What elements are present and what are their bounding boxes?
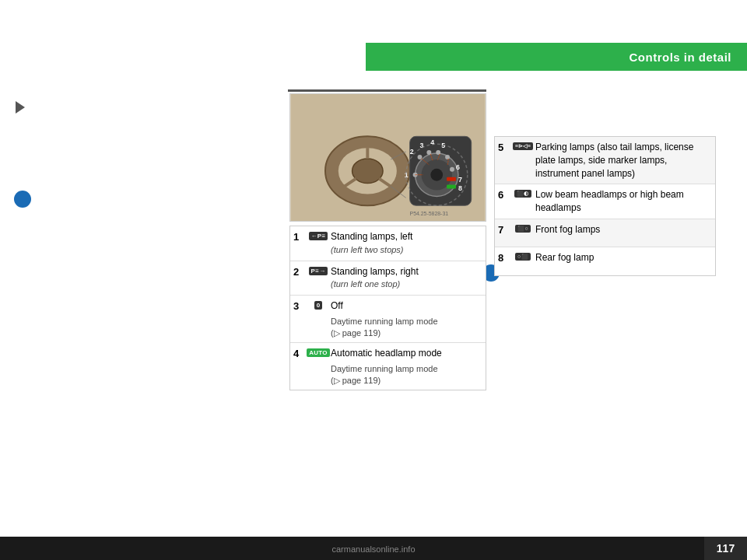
svg-text:3: 3 [419,142,423,149]
row-icon: AUTO [306,347,331,357]
row-icon: ⬛◐ [510,188,535,198]
watermark: carmanualsonline.info [331,544,415,554]
row-sub-text: (turn left two stops) [331,245,404,254]
row-number: 3 [293,299,306,312]
row-number: 8 [498,251,510,264]
table-row: 5 ≡⊳◁≡ Parking lamps (also tail lamps, l… [495,137,715,184]
row-text-6: Low beam headlamps or high beam headlamp… [535,188,712,215]
row-main-text: Rear fog lamp [535,252,594,263]
row-text-5: Parking lamps (also tail lamps, license … [535,141,712,180]
table-row: 3 0 Off Daytime running lamp mode(▷ page… [290,296,486,343]
svg-text:4: 4 [430,138,434,146]
row-sub-text-3: Daytime running lamp mode(▷ page 119) [331,317,438,338]
row-main-text: Parking lamps (also tail lamps, license … [535,142,693,179]
row-text-2: Standing lamps, right (turn left one sto… [331,265,482,292]
row-sub-text-4: Daytime running lamp mode(▷ page 119) [331,364,438,385]
page-number: 117 [704,537,747,560]
row-icon: ≡⊳◁≡ [510,141,535,150]
svg-point-10 [430,169,443,181]
row-text-3: Off [331,299,482,313]
row-number: 4 [293,347,306,359]
table-row: 8 ○⬛ Rear fog lamp [495,247,715,275]
table-row: 6 ⬛◐ Low beam headlamps or high beam hea… [495,184,715,219]
row-main-text: Off [331,300,343,311]
right-table: 5 ≡⊳◁≡ Parking lamps (also tail lamps, l… [494,136,716,276]
row-number: 1 [293,230,306,243]
svg-point-3 [352,159,384,184]
icon-badge-4: AUTO [307,348,330,357]
row-number: 2 [293,265,306,278]
icon-badge-3: 0 [314,301,323,310]
icon-badge-5: ≡⊳◁≡ [513,142,533,150]
row-main-text: Automatic headlamp mode [331,348,442,359]
table-row: 1 ←P≡ Standing lamps, left (turn left tw… [290,226,486,261]
row-icon: ○⬛ [510,251,535,261]
svg-text:6: 6 [456,163,460,171]
icon-badge-6: ⬛◐ [514,190,531,198]
header-bar: Controls in detail [366,43,747,71]
table-row: 4 AUTO Automatic headlamp mode Daytime r… [290,343,486,390]
svg-point-15 [445,155,450,159]
icon-badge-7: ⬛○ [515,225,531,233]
svg-text:2: 2 [410,148,414,156]
icon-badge-1: ←P≡ [309,232,328,240]
lower-table: 1 ←P≡ Standing lamps, left (turn left tw… [289,226,486,390]
row-number: 6 [498,188,510,201]
blue-circle-1 [14,191,31,208]
row-main-text: Standing lamps, right [331,266,419,277]
svg-text:8: 8 [458,184,462,192]
row-icon: P≡→ [306,265,331,275]
row-icon: 0 [306,299,331,310]
row-main-text: Standing lamps, left [331,231,412,242]
table-row: 7 ⬛○ Front fog lamps [495,219,715,247]
svg-point-16 [450,167,454,172]
row-icon: ⬛○ [510,223,535,233]
row-main-text: Front fog lamps [535,224,600,235]
svg-rect-17 [447,177,456,181]
bottom-footer: carmanualsonline.info [0,537,747,560]
diagram-box: 1 2 3 4 5 6 7 8 P54.25-5828-31 [289,93,486,222]
row-text-4: Automatic headlamp mode [331,347,482,360]
triangle-bullet [16,101,25,114]
table-row: 2 P≡→ Standing lamps, right (turn left o… [290,261,486,296]
icon-badge-2: P≡→ [309,267,328,275]
icon-badge-8: ○⬛ [515,253,531,261]
svg-text:P54.25-5828-31: P54.25-5828-31 [410,211,449,216]
row-icon: ←P≡ [306,230,331,240]
header-title: Controls in detail [629,51,731,64]
main-content: Controls in detail [0,0,747,537]
row-main-text: Low beam headlamps or high beam headlamp… [535,189,684,213]
svg-text:7: 7 [458,176,462,184]
row-number: 5 [498,141,510,153]
top-divider [288,89,486,92]
row-sub-text: (turn left one stop) [331,279,400,289]
row-number: 7 [498,223,510,236]
row-text-7: Front fog lamps [535,223,712,236]
svg-rect-18 [447,185,456,189]
row-text-1: Standing lamps, left (turn left two stop… [331,230,482,257]
row-text-8: Rear fog lamp [535,251,712,264]
